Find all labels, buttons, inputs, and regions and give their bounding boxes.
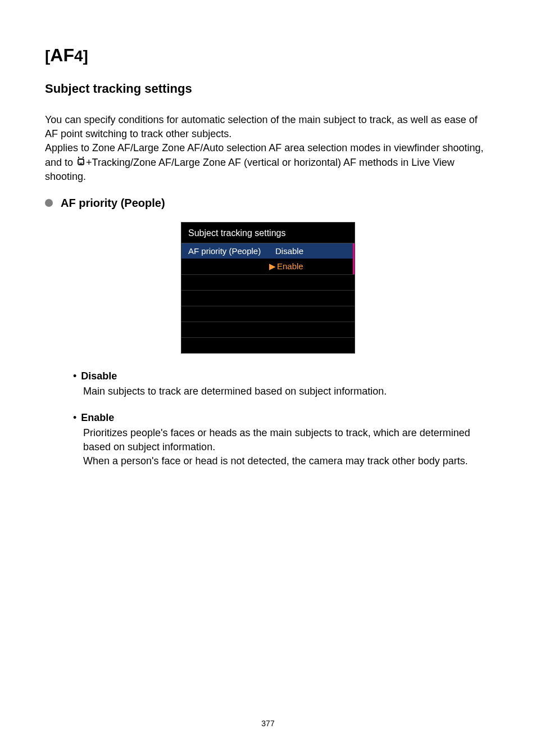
camera-menu-footer xyxy=(181,337,355,353)
option-desc-enable: Prioritizes people's faces or heads as t… xyxy=(73,426,491,469)
camera-menu-empty-row xyxy=(181,306,355,322)
option-bullet-row: • Disable xyxy=(73,370,491,382)
option-name-enable: Enable xyxy=(81,412,114,424)
page-number: 377 xyxy=(0,719,536,728)
intro-paragraph-2: Applies to Zone AF/Large Zone AF/Auto se… xyxy=(45,141,491,184)
page-title: [AF4] xyxy=(45,45,491,66)
bracket-close: ] xyxy=(83,47,88,65)
camera-menu-option-row: ▶ Enable xyxy=(181,259,355,274)
af-text: AF xyxy=(50,45,74,65)
subsection-header: AF priority (People) xyxy=(45,197,491,210)
selection-accent xyxy=(353,243,355,259)
selection-accent-2 xyxy=(353,259,355,274)
intro-paragraph-1: You can specify conditions for automatic… xyxy=(45,113,491,141)
camera-menu-screenshot: Subject tracking settings AF priority (P… xyxy=(181,222,355,354)
camera-menu-row-label: AF priority (People) xyxy=(188,246,275,256)
camera-menu-option-enable: Enable xyxy=(277,261,303,271)
option-item-disable: • Disable Main subjects to track are det… xyxy=(73,370,491,399)
camera-menu-selected-row: AF priority (People) Disable xyxy=(181,243,355,259)
option-desc-disable: Main subjects to track are determined ba… xyxy=(73,384,491,399)
intro-block: You can specify conditions for automatic… xyxy=(45,113,491,184)
bullet-icon: • xyxy=(73,370,76,382)
bullet-icon: • xyxy=(73,412,76,424)
subsection-title: AF priority (People) xyxy=(61,197,165,210)
svg-point-1 xyxy=(83,157,84,158)
option-item-enable: • Enable Prioritizes people's faces or h… xyxy=(73,412,491,469)
section-heading: Subject tracking settings xyxy=(45,82,491,96)
face-tracking-icon xyxy=(76,156,86,170)
svg-point-0 xyxy=(78,157,79,158)
camera-menu-empty-row xyxy=(181,322,355,337)
bullet-dot-icon xyxy=(45,199,53,207)
option-name-disable: Disable xyxy=(81,370,117,382)
intro-text-b: +Tracking/Zone AF/Large Zone AF (vertica… xyxy=(45,157,455,183)
camera-menu-empty-row xyxy=(181,290,355,306)
camera-menu-option-disable: Disable xyxy=(275,246,303,256)
option-list: • Disable Main subjects to track are det… xyxy=(45,370,491,469)
camera-menu-empty-row xyxy=(181,274,355,290)
bracket-open: [ xyxy=(45,47,50,65)
af-num: 4 xyxy=(74,47,83,65)
camera-menu-title: Subject tracking settings xyxy=(181,223,355,243)
option-bullet-row: • Enable xyxy=(73,412,491,424)
triangle-indicator-icon: ▶ xyxy=(269,261,276,271)
